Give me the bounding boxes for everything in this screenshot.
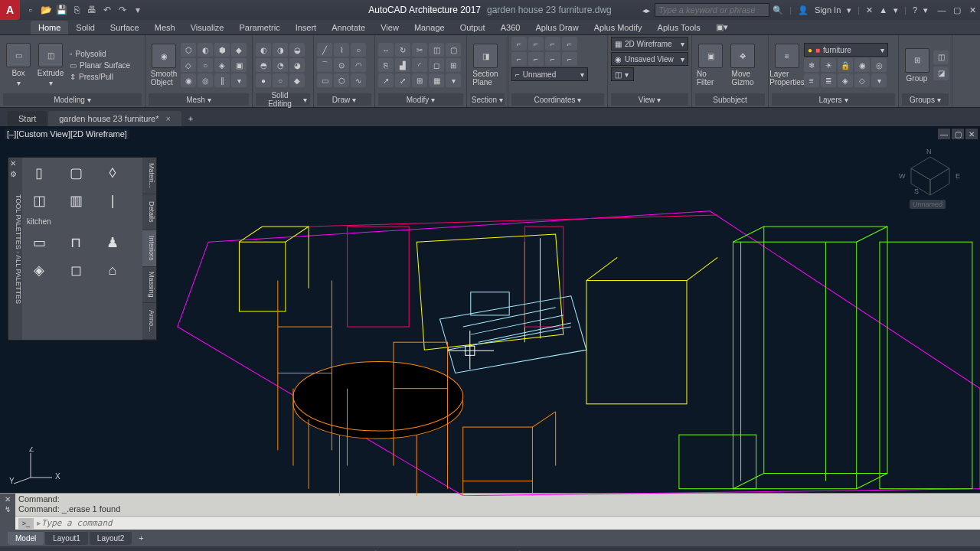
user-icon[interactable]: 👤 [798,5,808,15]
modify-tool[interactable]: ⊞ [446,58,461,72]
help-dropdown-icon[interactable]: ▾ [923,5,928,15]
qat-dropdown-icon[interactable]: ▾ [132,4,144,16]
solidedit-tool[interactable]: ◑ [273,43,288,57]
visual-style-dropdown[interactable]: ▦2D Wireframe▾ [611,37,688,51]
ucs-tool[interactable]: ⌐ [562,37,577,51]
solidedit-tool[interactable]: ◔ [273,58,288,72]
saveas-icon[interactable]: ⎘ [70,4,83,16]
layer-tool[interactable]: ≡ [804,73,819,87]
group-tool[interactable]: ◫ [933,51,949,64]
mesh-tool[interactable]: ⬡ [181,43,196,57]
section-plane-button[interactable]: ◨Section Plane [470,42,501,88]
planar-button[interactable]: ▭Planar Surface [67,60,132,70]
mesh-tool[interactable]: ▣ [231,58,247,72]
modify-tool[interactable]: ▦ [429,73,444,87]
viewcube-e[interactable]: E [956,172,960,180]
infocenter-toggle[interactable]: ◂▸ [638,6,655,15]
mesh-tool[interactable]: ◆ [231,43,247,57]
palette-item[interactable]: | [100,190,125,211]
layer-tool[interactable]: ◇ [854,73,870,87]
mesh-tool[interactable]: ◉ [181,73,196,87]
viewcube-n[interactable]: N [926,148,932,155]
draw-tool[interactable]: ◠ [351,58,366,72]
nofilter-button[interactable]: ▣No Filter [695,42,726,88]
palette-tab[interactable]: Details [142,194,156,231]
gizmo-button[interactable]: ✥Move Gizmo [727,42,758,88]
layout2-tab[interactable]: Layout2 [90,532,132,545]
ucs-tool[interactable]: ⌐ [562,52,577,66]
layer-tool[interactable]: 🔒 [838,58,853,72]
exchange-icon[interactable]: ✕ [866,5,873,15]
mesh-tool[interactable]: ⬢ [214,43,230,57]
new-icon[interactable]: ▫ [24,4,37,16]
ucs-tool[interactable]: ⌐ [511,37,527,51]
mesh-tool[interactable]: ○ [198,58,213,72]
dropdown-icon[interactable]: ▾ [893,5,898,15]
tab-manage[interactable]: Manage [407,21,452,34]
copy-tool[interactable]: ⎘ [378,58,394,72]
layer-tool[interactable]: ❄ [804,58,819,72]
cmd-tool-icon[interactable]: ↯ [5,505,11,514]
ucs-tool[interactable]: ⌐ [528,37,544,51]
layer-tool[interactable]: ◉ [854,58,870,72]
palette-item[interactable]: ▭ [27,232,51,253]
solidedit-tool[interactable]: ◐ [256,43,271,57]
extrude-button[interactable]: ◫Extrude▾ [35,41,66,89]
palette-item[interactable]: ⊓ [64,232,88,253]
solidedit-tool[interactable]: ○ [273,73,288,87]
palette-item[interactable]: ◻ [64,259,88,281]
presspull-button[interactable]: ⇕Press/Pull [67,72,132,82]
solidedit-tool[interactable]: ● [256,73,271,87]
circle-tool[interactable]: ○ [351,43,366,57]
box-button[interactable]: ▭Box▾ [3,41,34,89]
file-tab[interactable]: garden house 23 furniture* × [48,111,181,126]
ucs-tool[interactable]: ⌐ [545,52,560,66]
stretch-tool[interactable]: ↗ [378,73,394,87]
signin-dropdown-icon[interactable]: ▾ [847,5,851,15]
search-icon[interactable]: 🔍 [773,5,783,15]
palette-tab[interactable]: Anno... [142,303,156,340]
rect-tool[interactable]: ▭ [317,73,332,87]
layer-tool[interactable]: ≣ [821,73,836,87]
app-menu-button[interactable]: A [0,0,20,20]
redo-icon[interactable]: ↷ [116,4,129,16]
tab-view[interactable]: View [373,21,407,34]
viewcube-s[interactable]: S [914,187,919,195]
tab-output[interactable]: Output [452,21,493,34]
mesh-tool[interactable]: ◇ [181,58,196,72]
palette-item[interactable]: ▢ [64,162,88,184]
tab-home[interactable]: Home [31,21,68,34]
minimize-button[interactable]: — [934,4,949,16]
tab-annotate[interactable]: Annotate [324,21,373,34]
smooth-button[interactable]: ◉Smooth Object [149,42,179,88]
maximize-button[interactable]: ▢ [949,4,965,16]
viewcube-ucs-label[interactable]: Unnamed [910,200,946,209]
layer-tool[interactable]: ◎ [871,58,887,72]
trim-tool[interactable]: ✂ [412,43,427,57]
move-tool[interactable]: ↔ [378,43,394,57]
solidedit-tool[interactable]: ◆ [289,73,305,87]
layer-dropdown[interactable]: ●■furniture▾ [804,43,888,57]
command-input-row[interactable]: >_ ▸ [15,516,980,530]
palette-tab[interactable]: Interiors [142,230,156,267]
palette-item[interactable]: ▯ [27,162,51,184]
modify-tool[interactable]: ◻ [429,58,444,72]
array-tool[interactable]: ⊞ [412,73,427,87]
layer-props-button[interactable]: ≡Layer Properties [772,42,802,88]
viewcube-w[interactable]: W [899,172,906,180]
tab-aplustools[interactable]: Aplus Tools [650,21,708,34]
polyline-tool[interactable]: ⌇ [334,43,349,57]
layer-tool[interactable]: ▾ [871,73,887,87]
solidedit-tool[interactable]: ◒ [289,43,305,57]
draw-tool[interactable]: ∿ [351,73,366,87]
group-button[interactable]: ⊞Group [902,47,932,84]
palette-item[interactable]: ⌂ [100,259,125,281]
tab-surface[interactable]: Surface [103,21,147,34]
tab-insert[interactable]: Insert [288,21,325,34]
tool-palette[interactable]: TOOL PALETTES - ALL PALETTES ✕ ⚙ ▯ ▢ ◊ ◫… [8,157,157,341]
ucs-tool[interactable]: ⌐ [511,52,527,66]
command-input[interactable] [41,518,977,528]
group-tool[interactable]: ◪ [933,67,949,80]
fillet-tool[interactable]: ◜ [412,58,427,72]
cmd-close-icon[interactable]: ✕ [5,495,11,504]
